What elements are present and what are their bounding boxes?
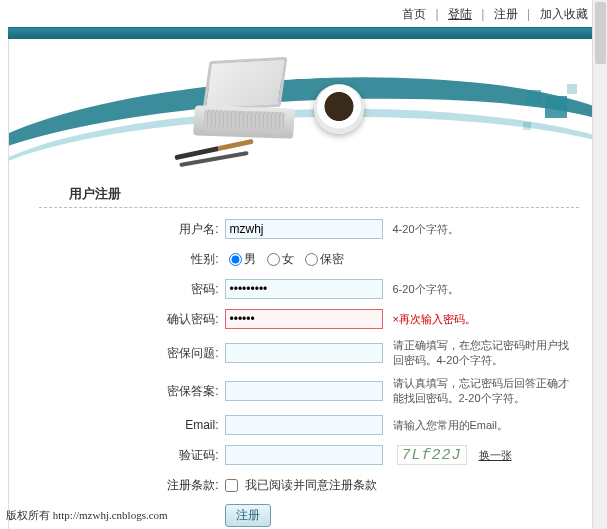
terms-text: 我已阅读并同意注册条款 xyxy=(245,478,377,492)
top-navigation: 首页 | 登陆 | 注册 | 加入收藏 xyxy=(8,0,600,27)
label-question: 密保问题: xyxy=(159,345,219,362)
header-bar xyxy=(8,27,600,39)
label-captcha: 验证码: xyxy=(159,447,219,464)
security-answer-input[interactable] xyxy=(225,381,383,401)
hero-banner xyxy=(8,39,600,169)
nav-favorite[interactable]: 加入收藏 xyxy=(540,7,588,21)
label-terms: 注册条款: xyxy=(159,477,219,494)
label-answer: 密保答案: xyxy=(159,383,219,400)
nav-separator: | xyxy=(481,7,484,21)
confirm-password-input[interactable] xyxy=(225,309,383,329)
footer-copyright: 版权所有 xyxy=(6,509,50,521)
row-confirm-password: 确认密码: ×再次输入密码。 xyxy=(159,308,579,330)
terms-checkbox[interactable] xyxy=(225,479,238,492)
captcha-image: 7Lf22J xyxy=(397,445,467,465)
nav-home[interactable]: 首页 xyxy=(402,7,426,21)
nav-separator: | xyxy=(435,7,438,21)
row-captcha: 验证码: 7Lf22J 换一张 xyxy=(159,444,579,466)
footer: 版权所有 http://mzwhj.cnblogs.com xyxy=(6,508,168,523)
scrollbar-thumb[interactable] xyxy=(595,2,606,64)
captcha-input[interactable] xyxy=(225,445,383,465)
hint-password: 6-20个字符。 xyxy=(393,282,459,297)
laptop-icon xyxy=(194,59,314,139)
decorative-squares-icon xyxy=(501,74,581,134)
row-email: Email: 请输入您常用的Email。 xyxy=(159,414,579,436)
row-password: 密码: 6-20个字符。 xyxy=(159,278,579,300)
label-password: 密码: xyxy=(159,281,219,298)
security-question-input[interactable] xyxy=(225,343,383,363)
label-gender: 性别: xyxy=(159,251,219,268)
password-input[interactable] xyxy=(225,279,383,299)
hint-question: 请正确填写，在您忘记密码时用户找回密码。4-20个字符。 xyxy=(393,338,579,368)
row-gender: 性别: 男 女 保密 xyxy=(159,248,579,270)
hint-confirm: ×再次输入密码。 xyxy=(393,312,476,327)
label-username: 用户名: xyxy=(159,221,219,238)
email-input[interactable] xyxy=(225,415,383,435)
nav-register[interactable]: 注册 xyxy=(494,7,518,21)
nav-separator: | xyxy=(527,7,530,21)
gender-secret-radio[interactable] xyxy=(305,253,318,266)
gender-female-radio[interactable] xyxy=(267,253,280,266)
nav-login[interactable]: 登陆 xyxy=(448,7,472,21)
row-submit: 注册 xyxy=(159,504,579,527)
hint-answer: 请认真填写，忘记密码后回答正确才能找回密码。2-20个字符。 xyxy=(393,376,579,406)
username-input[interactable] xyxy=(225,219,383,239)
coffee-cup-icon xyxy=(314,84,364,134)
scrollbar-vertical[interactable] xyxy=(592,0,607,529)
label-email: Email: xyxy=(159,418,219,432)
row-terms: 注册条款: 我已阅读并同意注册条款 xyxy=(159,474,579,496)
label-confirm: 确认密码: xyxy=(159,311,219,328)
hint-email: 请输入您常用的Email。 xyxy=(393,418,509,433)
gender-male-label: 男 xyxy=(244,252,256,266)
row-answer: 密保答案: 请认真填写，忘记密码后回答正确才能找回密码。2-20个字符。 xyxy=(159,376,579,406)
submit-button[interactable]: 注册 xyxy=(225,504,271,527)
footer-url: http://mzwhj.cnblogs.com xyxy=(53,509,168,521)
gender-secret-label: 保密 xyxy=(320,252,344,266)
row-username: 用户名: 4-20个字符。 xyxy=(159,218,579,240)
gender-male-radio[interactable] xyxy=(229,253,242,266)
gender-radios: 男 女 保密 xyxy=(225,251,349,268)
registration-form: 用户注册 用户名: 4-20个字符。 性别: 男 女 保密 密码: 6-20个字… xyxy=(8,169,600,529)
gender-female-label: 女 xyxy=(282,252,294,266)
hint-username: 4-20个字符。 xyxy=(393,222,459,237)
row-question: 密保问题: 请正确填写，在您忘记密码时用户找回密码。4-20个字符。 xyxy=(159,338,579,368)
form-title: 用户注册 xyxy=(39,179,579,208)
captcha-reload-link[interactable]: 换一张 xyxy=(479,448,512,463)
